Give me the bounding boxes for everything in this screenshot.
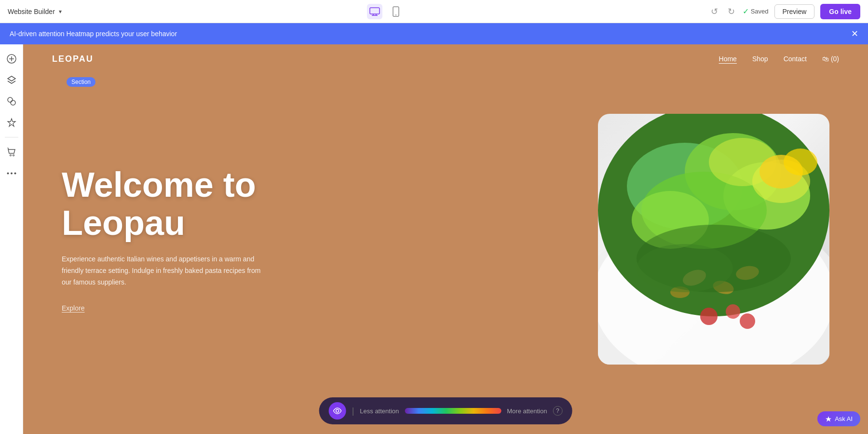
svg-point-34 <box>784 149 817 176</box>
legend-separator: | <box>352 406 354 416</box>
site-content: Welcome to Leopau Experience authentic I… <box>23 44 868 434</box>
toolbar: Website Builder ▾ ↺ ↻ ✓ Saved Preview Go… <box>0 0 868 23</box>
mobile-view-button[interactable] <box>388 4 404 19</box>
sidebar-more-icon[interactable] <box>3 164 20 182</box>
svg-point-15 <box>11 172 13 174</box>
svg-point-11 <box>11 100 15 105</box>
canvas-area: LEOPAU Home Shop Contact 🛍 (0) Section <box>23 44 868 434</box>
sidebar-divider <box>5 137 18 137</box>
sidebar-layers-icon[interactable] <box>3 71 20 89</box>
section-label[interactable]: Section <box>67 77 95 87</box>
svg-point-44 <box>336 409 339 412</box>
more-attention-label: More attention <box>507 407 547 415</box>
sidebar-ai-icon[interactable] <box>3 114 20 131</box>
main-layout: LEOPAU Home Shop Contact 🛍 (0) Section <box>0 44 868 434</box>
site-navigation: LEOPAU Home Shop Contact 🛍 (0) <box>23 44 868 73</box>
ask-ai-label: Ask AI <box>835 415 853 422</box>
hero-title-line2: Leopau <box>62 203 185 242</box>
toolbar-left: Website Builder ▾ <box>8 8 62 15</box>
svg-point-39 <box>700 308 718 325</box>
saved-status: ✓ Saved <box>743 7 769 16</box>
ask-ai-button[interactable]: Ask AI <box>817 411 860 426</box>
toolbar-center <box>367 4 404 19</box>
hero-title: Welcome to Leopau <box>62 166 579 242</box>
info-icon[interactable]: ? <box>553 406 562 416</box>
cart-symbol: 🛍 <box>822 55 829 63</box>
chevron-down-icon[interactable]: ▾ <box>59 8 62 15</box>
go-live-button[interactable]: Go live <box>820 4 860 19</box>
svg-marker-9 <box>8 76 15 81</box>
eye-toggle-button[interactable] <box>329 402 346 420</box>
ai-banner: AI-driven attention Heatmap predicts you… <box>0 23 868 44</box>
sidebar-add-icon[interactable] <box>3 50 20 68</box>
app-title: Website Builder <box>8 8 55 15</box>
svg-point-5 <box>395 14 396 15</box>
svg-point-12 <box>10 155 11 156</box>
svg-point-43 <box>637 244 733 292</box>
cart-count: (0) <box>831 55 839 63</box>
cart-icon[interactable]: 🛍 (0) <box>822 55 839 63</box>
svg-point-13 <box>13 155 14 156</box>
svg-point-41 <box>740 313 755 329</box>
redo-button[interactable]: ↻ <box>726 4 737 19</box>
svg-rect-0 <box>370 8 380 14</box>
saved-check-icon: ✓ <box>743 7 749 16</box>
site-menu: Home Shop Contact 🛍 (0) <box>719 55 839 63</box>
banner-text: AI-driven attention Heatmap predicts you… <box>10 30 177 38</box>
less-attention-label: Less attention <box>360 407 399 415</box>
hero-title-line1: Welcome to <box>62 165 256 204</box>
attention-gradient <box>405 408 501 414</box>
sidebar-shop-icon[interactable] <box>3 143 20 161</box>
food-image <box>598 114 829 365</box>
nav-home[interactable]: Home <box>719 55 737 63</box>
sidebar-shapes-icon[interactable] <box>3 93 20 110</box>
desktop-view-button[interactable] <box>367 4 382 19</box>
hero-text-section: Welcome to Leopau Experience authentic I… <box>62 166 598 312</box>
svg-point-14 <box>7 172 9 174</box>
svg-point-16 <box>14 172 16 174</box>
nav-contact[interactable]: Contact <box>784 55 807 63</box>
banner-close-button[interactable]: ✕ <box>851 28 858 39</box>
nav-shop[interactable]: Shop <box>752 55 768 63</box>
explore-button[interactable]: Explore <box>62 304 84 312</box>
toolbar-right: ↺ ↻ ✓ Saved Preview Go live <box>709 4 860 19</box>
site-logo: LEOPAU <box>52 54 94 64</box>
saved-label: Saved <box>751 8 769 15</box>
svg-point-40 <box>726 304 740 319</box>
undo-button[interactable]: ↺ <box>709 4 720 19</box>
left-sidebar <box>0 44 23 434</box>
legend-bar: | Less attention More attention ? <box>319 397 572 424</box>
preview-button[interactable]: Preview <box>774 4 815 19</box>
hero-subtitle: Experience authentic Italian wines and a… <box>62 254 264 288</box>
svg-point-10 <box>8 97 13 102</box>
food-image-container <box>598 114 829 365</box>
